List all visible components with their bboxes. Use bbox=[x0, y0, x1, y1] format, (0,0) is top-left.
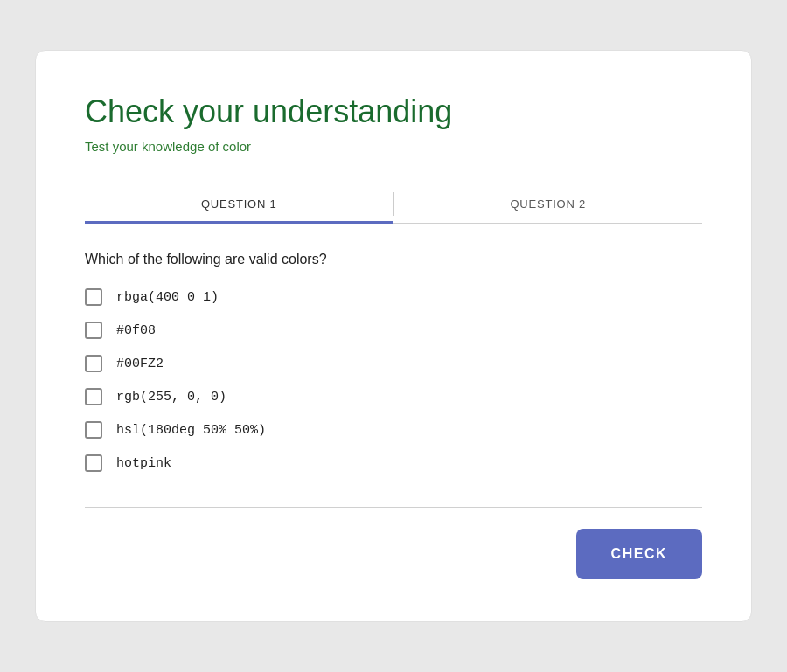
option-label-4: rgb(255, 0, 0) bbox=[116, 390, 226, 405]
checkbox-opt3[interactable] bbox=[85, 355, 102, 372]
tab-question-2[interactable]: QUESTION 2 bbox=[394, 185, 703, 223]
list-item[interactable]: hsl(180deg 50% 50%) bbox=[85, 421, 702, 439]
tabs-container: QUESTION 1 QUESTION 2 bbox=[85, 185, 702, 224]
checkbox-opt6[interactable] bbox=[85, 454, 102, 472]
checkbox-opt1[interactable] bbox=[85, 288, 102, 306]
option-label-3: #00FZ2 bbox=[116, 357, 164, 371]
option-label-6: hotpink bbox=[116, 456, 171, 471]
tab-question-1[interactable]: QUESTION 1 bbox=[85, 185, 394, 223]
option-label-2: #0f08 bbox=[116, 323, 156, 338]
check-button[interactable]: CHECK bbox=[576, 529, 702, 579]
list-item[interactable]: hotpink bbox=[85, 454, 702, 472]
list-item[interactable]: #0f08 bbox=[85, 322, 702, 339]
option-label-1: rbga(400 0 1) bbox=[116, 290, 219, 305]
question-text: Which of the following are valid colors? bbox=[85, 252, 702, 267]
section-divider bbox=[85, 507, 702, 508]
quiz-card: Check your understanding Test your knowl… bbox=[35, 50, 752, 622]
footer: CHECK bbox=[85, 529, 702, 579]
checkbox-opt5[interactable] bbox=[85, 421, 102, 439]
list-item[interactable]: #00FZ2 bbox=[85, 355, 702, 372]
list-item[interactable]: rgb(255, 0, 0) bbox=[85, 388, 702, 405]
checkbox-opt2[interactable] bbox=[85, 322, 102, 339]
card-title: Check your understanding bbox=[85, 93, 702, 130]
checkbox-opt4[interactable] bbox=[85, 388, 102, 405]
list-item[interactable]: rbga(400 0 1) bbox=[85, 288, 702, 306]
card-subtitle: Test your knowledge of color bbox=[85, 139, 702, 154]
options-list: rbga(400 0 1) #0f08 #00FZ2 rgb(255, 0, 0… bbox=[85, 288, 702, 472]
option-label-5: hsl(180deg 50% 50%) bbox=[116, 423, 266, 438]
